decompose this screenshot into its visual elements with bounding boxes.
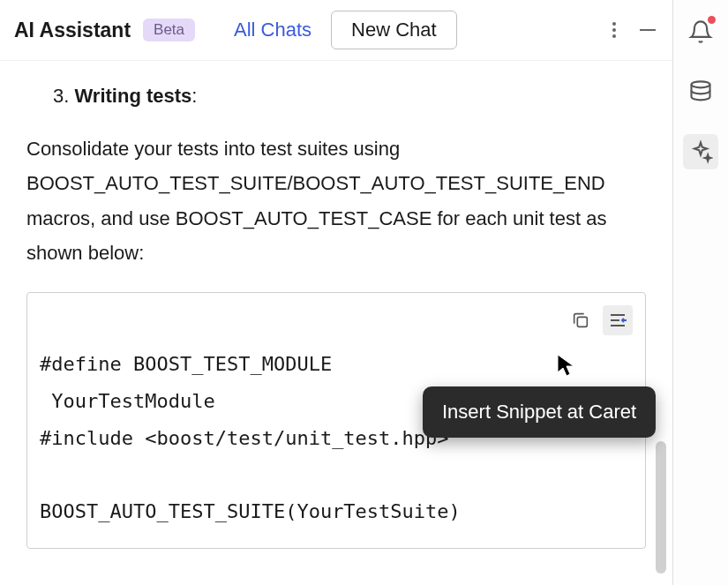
- copy-code-button[interactable]: [566, 305, 596, 335]
- tooltip: Insert Snippet at Caret: [423, 386, 656, 438]
- beta-badge: Beta: [143, 19, 195, 41]
- code-actions: [566, 305, 633, 335]
- svg-point-4: [692, 81, 710, 87]
- chat-content: 3. Writing tests: Consolidate your tests…: [0, 61, 672, 566]
- database-button[interactable]: [683, 74, 718, 109]
- ai-assistant-rail-button[interactable]: [683, 134, 718, 169]
- all-chats-link[interactable]: All Chats: [234, 19, 311, 41]
- database-icon: [688, 79, 713, 104]
- copy-icon: [571, 311, 590, 330]
- instruction-paragraph: Consolidate your tests into test suites …: [26, 131, 646, 271]
- list-item: 3. Writing tests:: [53, 79, 646, 114]
- notification-dot-icon: [708, 16, 716, 24]
- insert-at-caret-icon: [607, 310, 628, 331]
- list-title: Writing tests: [74, 85, 191, 107]
- panel-title: AI Assistant: [14, 19, 131, 42]
- notifications-button[interactable]: [683, 14, 718, 49]
- tool-rail: [673, 0, 728, 585]
- insert-snippet-button[interactable]: [603, 305, 633, 335]
- list-number: 3.: [53, 85, 69, 107]
- ai-assistant-panel: AI Assistant Beta All Chats New Chat 3. …: [0, 0, 673, 585]
- list-colon: :: [191, 85, 197, 107]
- code-text[interactable]: #define BOOST_TEST_MODULE YourTestModule…: [40, 346, 633, 530]
- svg-rect-0: [577, 317, 587, 326]
- minimize-icon[interactable]: [637, 19, 658, 41]
- scrollbar-thumb[interactable]: [656, 441, 666, 574]
- more-options-icon[interactable]: [604, 19, 625, 41]
- sparkle-icon: [688, 139, 713, 164]
- panel-header: AI Assistant Beta All Chats New Chat: [0, 0, 672, 61]
- new-chat-button[interactable]: New Chat: [331, 11, 457, 49]
